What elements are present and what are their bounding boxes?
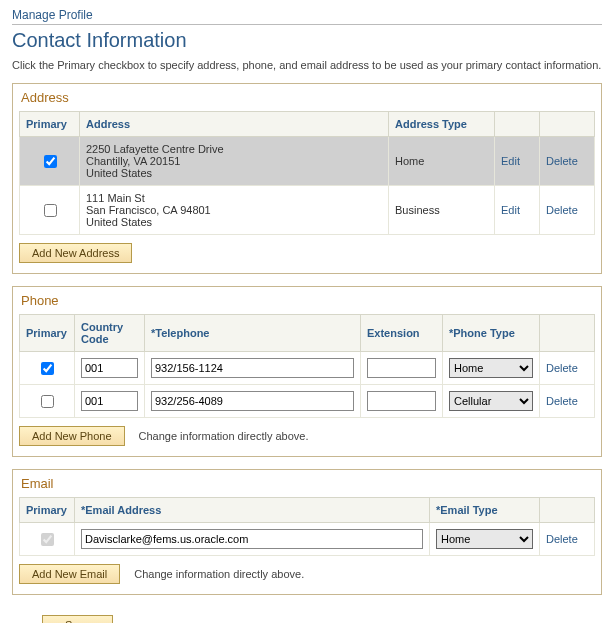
extension-input[interactable] [367, 391, 436, 411]
address-heading: Address [19, 88, 595, 111]
phone-type-select[interactable]: Home [449, 358, 533, 378]
country-code-input[interactable] [81, 391, 138, 411]
phone-note: Change information directly above. [139, 430, 309, 442]
edit-link[interactable]: Edit [501, 155, 520, 167]
manage-profile-link[interactable]: Manage Profile [12, 8, 602, 25]
table-row: 111 Main St San Francisco, CA 94801 Unit… [20, 186, 595, 235]
table-row: 2250 Lafayette Centre Drive Chantilly, V… [20, 137, 595, 186]
col-blank [495, 112, 540, 137]
col-extension: Extension [361, 315, 443, 352]
col-phone-type: *Phone Type [443, 315, 540, 352]
address-table: Primary Address Address Type 2250 Lafaye… [19, 111, 595, 235]
phone-table: Primary Country Code *Telephone Extensio… [19, 314, 595, 418]
delete-link[interactable]: Delete [546, 204, 578, 216]
address-section: Address Primary Address Address Type 225… [12, 83, 602, 274]
email-table: Primary *Email Address *Email Type Home … [19, 497, 595, 556]
telephone-input[interactable] [151, 358, 354, 378]
col-blank [540, 112, 595, 137]
primary-checkbox[interactable] [41, 362, 54, 375]
edit-link[interactable]: Edit [501, 204, 520, 216]
table-row: Home Delete [20, 523, 595, 556]
email-address-input[interactable] [81, 529, 423, 549]
delete-link[interactable]: Delete [546, 362, 578, 374]
page-title: Contact Information [12, 29, 602, 52]
col-primary: Primary [20, 498, 75, 523]
telephone-input[interactable] [151, 391, 354, 411]
primary-checkbox[interactable] [44, 204, 57, 217]
primary-checkbox[interactable] [44, 155, 57, 168]
email-heading: Email [19, 474, 595, 497]
country-code-input[interactable] [81, 358, 138, 378]
primary-checkbox[interactable] [41, 533, 54, 546]
col-blank [540, 498, 595, 523]
col-primary: Primary [20, 315, 75, 352]
add-new-email-button[interactable]: Add New Email [19, 564, 120, 584]
email-note: Change information directly above. [134, 568, 304, 580]
delete-link[interactable]: Delete [546, 155, 578, 167]
add-new-address-button[interactable]: Add New Address [19, 243, 132, 263]
address-cell: 2250 Lafayette Centre Drive Chantilly, V… [80, 137, 389, 186]
table-row: Cellular Delete [20, 385, 595, 418]
delete-link[interactable]: Delete [546, 395, 578, 407]
phone-heading: Phone [19, 291, 595, 314]
address-cell: 111 Main St San Francisco, CA 94801 Unit… [80, 186, 389, 235]
save-button[interactable]: Save [42, 615, 113, 623]
intro-text: Click the Primary checkbox to specify ad… [12, 58, 602, 73]
phone-section: Phone Primary Country Code *Telephone Ex… [12, 286, 602, 457]
extension-input[interactable] [367, 358, 436, 378]
add-new-phone-button[interactable]: Add New Phone [19, 426, 125, 446]
primary-checkbox[interactable] [41, 395, 54, 408]
table-row: Home Delete [20, 352, 595, 385]
col-blank [540, 315, 595, 352]
col-address-type: Address Type [389, 112, 495, 137]
col-address: Address [80, 112, 389, 137]
col-email-address: *Email Address [75, 498, 430, 523]
email-section: Email Primary *Email Address *Email Type… [12, 469, 602, 595]
phone-type-select[interactable]: Cellular [449, 391, 533, 411]
col-telephone: *Telephone [145, 315, 361, 352]
delete-link[interactable]: Delete [546, 533, 578, 545]
col-country-code: Country Code [75, 315, 145, 352]
col-email-type: *Email Type [430, 498, 540, 523]
email-type-select[interactable]: Home [436, 529, 533, 549]
col-primary: Primary [20, 112, 80, 137]
address-type-cell: Home [389, 137, 495, 186]
address-type-cell: Business [389, 186, 495, 235]
